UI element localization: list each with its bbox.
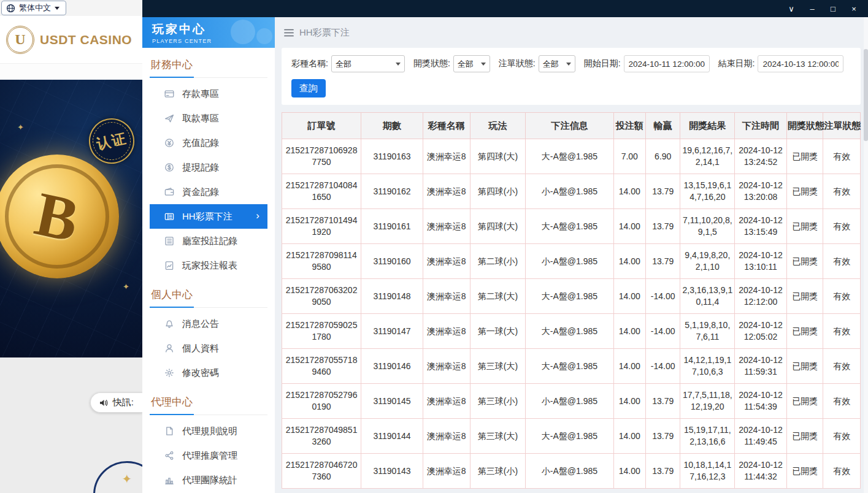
sidebar-section: 個人中心消息公告個人資料修改密碼 <box>150 286 267 385</box>
filter-row: 彩種名稱: 全部 開獎狀態: 全部 注單狀態: 全部 開始日期: 結束日期: <box>291 55 852 72</box>
table-cell: 13.79 <box>645 174 680 209</box>
site-logo[interactable]: U USDT CASINO <box>0 16 142 64</box>
sidebar-item-change-password[interactable]: 修改密碼 <box>150 361 267 385</box>
table-cell: 澳洲幸运8 <box>423 279 470 314</box>
table-cell: 第四球(大) <box>470 139 526 174</box>
table-row: 215217287098114958031190160澳洲幸运8第二球(小)小-… <box>282 244 861 279</box>
table-row: 215217287046720736031190143澳洲幸运8第三球(小)小-… <box>282 454 861 489</box>
column-header: 彩種名稱 <box>423 113 470 139</box>
sidebar-item-deposit-area[interactable]: 存款專區 <box>150 82 267 106</box>
table-cell: -14.00 <box>645 349 680 384</box>
table-cell: 31190143 <box>361 454 423 489</box>
table-cell: 已開獎 <box>786 314 823 349</box>
sparkle-icon: ✦ <box>123 282 129 291</box>
sidebar-item-label: 充值記錄 <box>182 137 219 149</box>
table-cell: 2152172870632029050 <box>282 279 361 314</box>
scrollbar-thumb[interactable] <box>864 49 868 141</box>
sidebar-item-agent-team-stats[interactable]: 代理團隊統計 <box>150 468 267 492</box>
draw-status-label: 開獎狀態: <box>413 58 450 69</box>
start-date-input[interactable] <box>624 55 710 72</box>
agent-promotion-icon <box>164 451 174 461</box>
sidebar-item-withdrawal-records[interactable]: 提現記錄 <box>150 155 267 180</box>
table-cell: 大-A盤@1.985 <box>526 349 613 384</box>
table-cell: 大-A盤@1.985 <box>526 314 613 349</box>
recharge-record-icon <box>164 138 174 148</box>
search-button[interactable]: 查詢 <box>291 79 326 97</box>
table-cell: 17,7,5,11,18,12,19,20 <box>680 384 735 419</box>
profile-icon <box>164 343 174 353</box>
table-cell: -14.00 <box>645 314 680 349</box>
lottery-name-select[interactable]: 全部 <box>331 55 405 72</box>
sidebar-item-label: 資金記錄 <box>182 186 219 198</box>
order-status-select[interactable]: 全部 <box>539 55 575 72</box>
end-date-input[interactable] <box>758 55 843 72</box>
draw-status-select[interactable]: 全部 <box>453 55 490 72</box>
column-header: 開獎結果 <box>680 113 735 139</box>
table-body: 215217287106928775031190163澳洲幸运8第四球(大)大-… <box>282 139 861 489</box>
funds-record-icon <box>164 187 174 197</box>
content-header: HH彩票下注 <box>275 17 864 48</box>
table-cell: 2024-10-12 11:54:39 <box>735 384 787 419</box>
sidebar-item-hh-lottery-bets[interactable]: HH彩票下注› <box>150 204 267 229</box>
table-cell: 第四球(大) <box>470 209 526 244</box>
menu-icon[interactable] <box>284 29 294 37</box>
table-cell: 澳洲幸运8 <box>423 349 470 384</box>
withdraw-icon <box>164 113 174 123</box>
sidebar-item-recharge-records[interactable]: 充值記錄 <box>150 131 267 155</box>
table-cell: 澳洲幸运8 <box>423 139 470 174</box>
table-cell: 9,4,19,8,20,2,1,10 <box>680 244 735 279</box>
sidebar-section-title: 個人中心 <box>150 286 267 308</box>
window-dropdown-button[interactable]: ∨ <box>783 2 799 15</box>
sidebar-item-label: 代理推廣管理 <box>182 450 237 462</box>
sidebar: 玩家中心 PLAYERS CENTER 財務中心存款專區取款專區充值記錄提現記錄… <box>142 17 275 493</box>
sidebar-item-profile[interactable]: 個人資料 <box>150 336 267 361</box>
table-cell: 澳洲幸运8 <box>423 244 470 279</box>
table-cell: 有效 <box>823 174 861 209</box>
table-row: 215217287063202905031190148澳洲幸运8第二球(大)大-… <box>282 279 861 314</box>
sidebar-item-agent-rules[interactable]: 代理規則說明 <box>150 419 267 443</box>
window-close-button[interactable]: × <box>846 2 862 15</box>
table-cell: 已開獎 <box>786 174 823 209</box>
bets-table-card: 訂單號期數彩種名稱玩法下注信息投注額輸贏開獎結果下注時間開獎狀態注單狀態 215… <box>282 112 861 489</box>
table-cell: 已開獎 <box>786 279 823 314</box>
table-cell: 澳洲幸运8 <box>423 209 470 244</box>
window-maximize-button[interactable]: □ <box>825 2 841 15</box>
table-cell: 2,3,16,13,9,10,11,4 <box>680 279 735 314</box>
vertical-scrollbar[interactable] <box>864 17 868 493</box>
window-minimize-button[interactable]: – <box>804 2 820 15</box>
chevron-right-icon: › <box>256 210 259 222</box>
table-cell: 14.00 <box>613 314 645 349</box>
table-cell: 14.00 <box>613 279 645 314</box>
table-cell: 大-A盤@1.985 <box>526 139 613 174</box>
table-cell: 已開獎 <box>786 349 823 384</box>
table-cell: 13.79 <box>645 419 680 454</box>
sidebar-item-withdraw-area[interactable]: 取款專區 <box>150 106 267 131</box>
column-header: 玩法 <box>470 113 526 139</box>
spacer <box>0 64 142 80</box>
sidebar-item-funds-records[interactable]: 資金記錄 <box>150 180 267 204</box>
table-cell: 15,19,17,11,2,13,16,6 <box>680 419 735 454</box>
column-header: 下注時間 <box>735 113 787 139</box>
table-cell: 已開獎 <box>786 209 823 244</box>
table-cell: 14.00 <box>613 349 645 384</box>
sidebar-item-label: 提現記錄 <box>182 162 219 174</box>
sidebar-section-title: 代理中心 <box>150 394 267 415</box>
end-date-label: 結束日期: <box>718 58 755 69</box>
language-selector[interactable]: 繁体中文 <box>1 1 66 15</box>
column-header: 投注額 <box>613 113 645 139</box>
sidebar-item-room-bet-records[interactable]: 廳室投註記錄 <box>150 229 267 253</box>
table-cell: 大-A盤@1.985 <box>526 279 613 314</box>
sidebar-item-player-bet-report[interactable]: 玩家投注報表 <box>150 253 267 278</box>
sidebar-section: 代理中心代理規則說明代理推廣管理代理團隊統計 <box>150 394 267 492</box>
sidebar-item-agent-promotion[interactable]: 代理推廣管理 <box>150 443 267 468</box>
table-cell: 2152172871014941920 <box>282 209 361 244</box>
quick-news-button[interactable]: 快訊: <box>90 392 142 413</box>
table-cell: 小-A盤@1.985 <box>526 244 613 279</box>
sidebar-section-title: 財務中心 <box>150 56 267 78</box>
table-cell: 第三球(小) <box>470 454 526 489</box>
table-cell: 2152172870467207360 <box>282 454 361 489</box>
table-cell: 2024-10-12 11:59:31 <box>735 349 787 384</box>
column-header: 期數 <box>361 113 423 139</box>
sidebar-item-announcements[interactable]: 消息公告 <box>150 311 267 336</box>
gold-emblem-icon: ✦ <box>122 472 133 493</box>
